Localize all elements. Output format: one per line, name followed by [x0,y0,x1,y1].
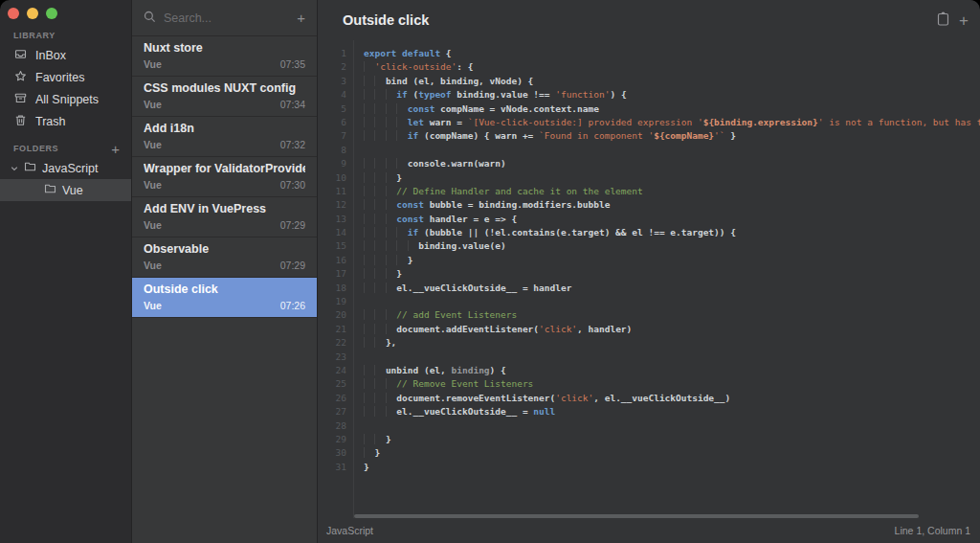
line-number: 23 [318,351,346,364]
line-number: 10 [318,171,346,185]
snippet-item-tag: Vue [144,219,162,231]
code-editor[interactable]: export default { 'click-outside': { bind… [354,40,980,518]
snippet-list-panel: Search... + Nuxt storeVue07:35CSS module… [131,0,318,543]
folders-section-header: FOLDERS + [0,132,131,157]
snippet-item-meta: Vue07:29 [144,219,305,231]
code-line: const handler = e => { [364,213,980,226]
code-line: 'click-outside': { [364,60,980,74]
folders-section-label: FOLDERS [13,144,58,153]
line-number: 8 [318,144,346,157]
line-numbers: 1234567891011121314151617181920212223242… [318,40,354,518]
line-number: 31 [318,461,346,474]
code-line: if (compName) { warn += `Found in compon… [364,129,980,143]
code-line: export default { [364,47,980,60]
code-line [364,295,980,308]
copy-clipboard-button[interactable] [937,11,949,29]
snippet-item-title: Nuxt store [144,41,305,55]
folder-label: JavaScript [42,162,98,175]
line-number: 18 [318,282,346,295]
snippet-item-title: Outside click [144,283,305,296]
sidebar-item-inbox[interactable]: InBox [0,44,131,66]
snippet-item-tag: Vue [144,260,162,271]
line-number: 2 [318,60,346,74]
snippet-item-tag: Vue [144,300,162,311]
snippet-list-item[interactable]: Wrapper for ValidatorProviderVue07:30 [132,157,317,197]
editor-actions: + [937,11,969,29]
code-line: document.removeEventListener('click', el… [364,392,980,405]
snippet-list-item[interactable]: Outside clickVue07:26 [132,278,317,318]
chevron-down-icon[interactable] [11,162,18,175]
line-number: 30 [318,446,346,460]
editor-panel: Outside click + 123456789101112131415161… [318,0,980,543]
code-line: const bubble = binding.modifiers.bubble [364,198,980,212]
code-line: } [364,433,980,446]
line-number: 21 [318,323,346,336]
snippet-list-item[interactable]: CSS modules NUXT configVue07:34 [132,77,317,117]
folder-item-javascript[interactable]: JavaScript [0,157,131,179]
code-line: // Define Handler and cache it on the el… [364,185,980,198]
code-line: }, [364,336,980,350]
code-line: // Remove Event Listeners [364,377,980,391]
line-number: 13 [318,213,346,226]
line-number: 7 [318,129,346,143]
code-line: // add Event Listeners [364,308,980,322]
cursor-position: Line 1, Column 1 [895,525,970,536]
code-line: el.__vueClickOutside__ = handler [364,282,980,295]
folder-item-vue[interactable]: Vue [0,179,131,201]
clipboard-icon [937,14,949,29]
sidebar-item-label: Trash [35,115,66,128]
code-line [364,419,980,433]
snippet-item-time: 07:32 [280,139,305,150]
search-input[interactable]: Search... [164,11,289,25]
code-area: 1234567891011121314151617181920212223242… [318,40,980,518]
code-line: } [364,461,980,474]
code-line [364,144,980,157]
snippet-item-title: Wrapper for ValidatorProvider [144,162,305,175]
code-line: } [364,171,980,185]
snippet-item-time: 07:35 [280,58,305,70]
archive-icon [14,92,27,107]
search-bar[interactable]: Search... + [132,0,317,36]
line-number: 16 [318,254,346,267]
snippet-item-tag: Vue [144,99,162,110]
sidebar-item-all-snippets[interactable]: All Snippets [0,88,131,110]
code-line: let warn = `[Vue-click-outside:] provide… [364,116,980,129]
snippet-list-item[interactable]: Add i18nVue07:32 [132,117,317,157]
add-fragment-button[interactable]: + [959,12,969,29]
trash-icon [14,114,27,129]
snippet-item-title: Add i18n [144,122,305,135]
add-folder-button[interactable]: + [111,142,120,156]
snippet-list-item[interactable]: ObservableVue07:29 [132,238,317,278]
language-indicator: JavaScript [326,525,373,536]
snippet-list-item[interactable]: Nuxt storeVue07:35 [132,36,317,77]
code-line: } [364,254,980,267]
inbox-icon [14,48,27,63]
line-number: 3 [318,75,346,88]
code-line: console.warn(warn) [364,157,980,170]
line-number: 6 [318,116,346,129]
horizontal-scrollbar[interactable] [354,514,919,518]
snippet-items: Nuxt storeVue07:35CSS modules NUXT confi… [132,36,317,318]
snippet-item-meta: Vue07:32 [144,139,305,150]
line-number: 24 [318,364,346,377]
add-snippet-button[interactable]: + [297,11,305,25]
sidebar-item-favorites[interactable]: Favorites [0,66,131,88]
window-controls [0,0,131,19]
sidebar-item-label: InBox [35,49,66,62]
snippet-item-meta: Vue07:30 [144,179,305,191]
snippet-item-time: 07:30 [280,179,305,191]
app-window: LIBRARY InBoxFavoritesAll SnippetsTrash … [0,0,980,543]
snippet-item-time: 07:29 [280,219,305,231]
line-number: 22 [318,336,346,350]
minimize-button[interactable] [27,8,38,19]
close-button[interactable] [8,8,19,19]
snippet-item-tag: Vue [144,58,162,70]
snippet-list-item[interactable]: Add ENV in VuePressVue07:29 [132,197,317,238]
line-number: 27 [318,405,346,419]
line-number: 5 [318,102,346,116]
sidebar-item-trash[interactable]: Trash [0,110,131,132]
code-line: binding.value(e) [364,239,980,253]
zoom-button[interactable] [46,8,57,19]
line-number: 12 [318,198,346,212]
snippet-item-time: 07:26 [280,300,305,311]
